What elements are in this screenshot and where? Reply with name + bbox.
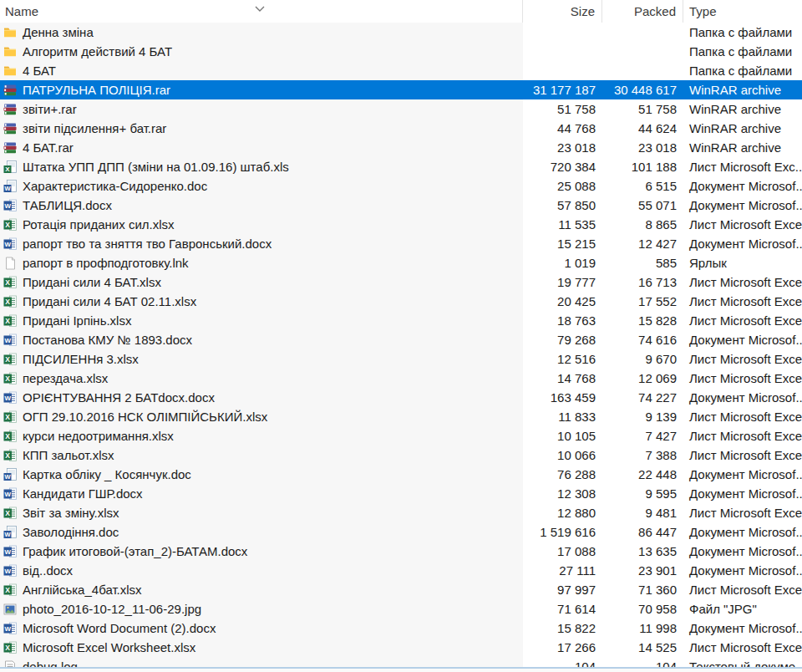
excel-file-icon: X	[3, 449, 17, 462]
file-row[interactable]: W Постанова КМУ № 1893.docx 79 268 74 61…	[0, 330, 802, 349]
excel-file-icon: X	[3, 372, 17, 385]
svg-text:X: X	[5, 432, 10, 440]
file-type: Лист Microsoft Excel	[683, 349, 802, 369]
file-name: ОГП 29.10.2016 НСК ОЛІМПІЙСЬКИЙ.xlsx	[23, 410, 267, 424]
excel-file-icon: X	[3, 641, 17, 654]
file-row[interactable]: Денна зміна Папка с файлами	[0, 23, 802, 42]
file-row[interactable]: W Заволодіння.doc 1 519 616 86 447 Докум…	[0, 522, 802, 542]
file-packed-size: 101 188	[602, 157, 683, 176]
file-size: 57 850	[523, 196, 602, 215]
file-name: photo_2016-10-12_11-06-29.jpg	[23, 602, 201, 616]
file-row[interactable]: W График итоговой-(этап_2)-БАТАМ.docx 17…	[0, 542, 802, 561]
file-type: Лист Microsoft Excel	[683, 503, 802, 522]
file-row[interactable]: X Штатка УПП ДПП (зміни на 01.09.16) шта…	[0, 157, 802, 176]
file-type: Текстовый докуме...	[683, 657, 802, 667]
file-size: 76 288	[523, 465, 602, 484]
file-type: Лист Microsoft Excel	[683, 215, 802, 234]
file-row[interactable]: X перездача.xlsx 14 768 12 069 Лист Micr…	[0, 369, 802, 388]
word-file-icon: W	[3, 564, 17, 578]
file-name: КПП зальот.xlsx	[23, 448, 114, 462]
file-row[interactable]: W Microsoft Word Document (2).docx 15 82…	[0, 619, 802, 638]
file-size: 17 266	[523, 638, 602, 657]
file-name: График итоговой-(этап_2)-БАТАМ.docx	[23, 544, 247, 558]
file-packed-size	[602, 23, 683, 42]
file-row[interactable]: X Придані сили 4 БАТ.xlsx 19 777 16 713 …	[0, 272, 802, 292]
file-packed-size: 22 448	[602, 465, 683, 484]
svg-text:W: W	[4, 473, 11, 481]
file-row[interactable]: X ПІДСИЛЕННя 3.xlsx 12 516 9 670 Лист Mi…	[0, 349, 802, 369]
file-packed-size: 74 616	[602, 330, 683, 349]
file-name: Microsoft Excel Worksheet.xlsx	[23, 640, 195, 654]
file-row[interactable]: X КПП зальот.xlsx 10 066 7 388 Лист Micr…	[0, 445, 802, 465]
file-row[interactable]: звіти підсилення+ бат.rar 44 768 44 624 …	[0, 119, 802, 138]
file-row[interactable]: W рапорт тво та зняття тво Гавронський.d…	[0, 234, 802, 253]
column-header-packed[interactable]: Packed	[602, 0, 683, 23]
word-legacy-file-icon: W	[3, 180, 17, 193]
file-packed-size: 71 360	[602, 580, 683, 599]
file-size	[523, 61, 602, 80]
file-type: WinRAR archive	[683, 119, 802, 138]
file-packed-size: 8 865	[602, 215, 683, 234]
excel-file-icon: X	[3, 410, 17, 424]
file-name: Microsoft Word Document (2).docx	[23, 621, 216, 635]
file-row[interactable]: W від..docx 27 111 23 901 Документ Micro…	[0, 561, 802, 580]
file-row[interactable]: W Кандидати ГШР.docx 12 308 9 595 Докуме…	[0, 484, 802, 503]
file-packed-size	[602, 42, 683, 61]
file-type: Лист Microsoft Excel	[683, 638, 802, 657]
file-row[interactable]: X Звіт за зміну.xlsx 12 880 9 481 Лист M…	[0, 503, 802, 522]
column-header-size[interactable]: Size	[523, 0, 602, 23]
file-type: Документ Microsof...	[683, 542, 802, 561]
file-row[interactable]: photo_2016-10-12_11-06-29.jpg 71 614 70 …	[0, 599, 802, 619]
file-size: 11 833	[523, 407, 602, 426]
file-row[interactable]: X Придані сили 4 БАТ 02.11.xlsx 20 425 1…	[0, 292, 802, 311]
file-row[interactable]: звіти+.rar 51 758 51 758 WinRAR archive	[0, 99, 802, 119]
file-row[interactable]: X Microsoft Excel Worksheet.xlsx 17 266 …	[0, 638, 802, 657]
file-row[interactable]: 4 БАТ.rar 23 018 23 018 WinRAR archive	[0, 138, 802, 157]
svg-text:W: W	[4, 567, 11, 574]
file-type: Лист Microsoft Excel	[683, 272, 802, 292]
file-row[interactable]: W Характеристика-Сидоренко.doc 25 088 6 …	[0, 176, 802, 196]
file-name: 4 БАТ	[23, 64, 56, 78]
file-list-pane: Name Size Packed Type Денна зміна Папка …	[0, 0, 802, 672]
file-row[interactable]: 4 БАТ Папка с файлами	[0, 61, 802, 80]
column-header-type[interactable]: Type	[683, 0, 802, 23]
file-size: 71 614	[523, 599, 602, 619]
file-row[interactable]: X ОГП 29.10.2016 НСК ОЛІМПІЙСЬКИЙ.xlsx 1…	[0, 407, 802, 426]
file-row[interactable]: X курси недоотримання.xlsx 10 105 7 427 …	[0, 426, 802, 445]
file-row-selected[interactable]: ПАТРУЛЬНА ПОЛІЦІЯ.rar 31 177 187 30 448 …	[0, 80, 802, 99]
file-name: Алгоритм действий 4 БАТ	[23, 44, 172, 59]
file-packed-size: 9 139	[602, 407, 683, 426]
file-row[interactable]: W ТАБЛИЦЯ.docx 57 850 55 071 Документ Mi…	[0, 196, 802, 215]
file-row[interactable]: W ОРІЄНТУВАННЯ 2 БАТdocx.docx 163 459 74…	[0, 388, 802, 407]
file-size: 720 384	[523, 157, 602, 176]
winrar-archive-icon	[3, 103, 17, 116]
file-row[interactable]: X Ротація приданих сил.xlsx 11 535 8 865…	[0, 215, 802, 234]
file-name: звіти підсилення+ бат.rar	[23, 121, 166, 135]
file-packed-size: 14 525	[602, 638, 683, 657]
file-packed-size: 11 998	[602, 619, 683, 638]
file-row[interactable]: X Придані Ірпінь.xlsx 18 763 15 828 Лист…	[0, 311, 802, 330]
file-row[interactable]: рапорт в профподготовку.lnk 1 019 585 Яр…	[0, 253, 802, 272]
file-size: 31 177 187	[523, 80, 602, 99]
file-packed-size: 44 624	[602, 119, 683, 138]
svg-text:X: X	[5, 644, 10, 652]
file-row[interactable]: X Англійська_4бат.xlsx 97 997 71 360 Лис…	[0, 580, 802, 599]
file-type: WinRAR archive	[683, 99, 802, 119]
svg-text:W: W	[4, 336, 11, 344]
svg-text:X: X	[5, 586, 10, 594]
file-size: 11 535	[523, 215, 602, 234]
column-header-packed-label: Packed	[634, 4, 676, 18]
file-row[interactable]: W Картка обліку _ Косянчук.doc 76 288 22…	[0, 465, 802, 484]
file-type: Лист Microsoft Excel	[683, 369, 802, 388]
file-packed-size: 15 828	[602, 311, 683, 330]
file-name: ОРІЄНТУВАННЯ 2 БАТdocx.docx	[23, 390, 215, 405]
word-file-icon: W	[3, 333, 17, 347]
file-type: Документ Microsof...	[683, 176, 802, 196]
file-packed-size: 23 018	[602, 138, 683, 157]
svg-text:W: W	[4, 547, 11, 555]
file-packed-size: 9 481	[602, 503, 683, 522]
svg-text:X: X	[5, 509, 10, 517]
file-row[interactable]: debug.log 104 104 Текстовый докуме...	[0, 657, 802, 667]
file-packed-size: 9 595	[602, 484, 683, 503]
file-row[interactable]: Алгоритм действий 4 БАТ Папка с файлами	[0, 42, 802, 61]
